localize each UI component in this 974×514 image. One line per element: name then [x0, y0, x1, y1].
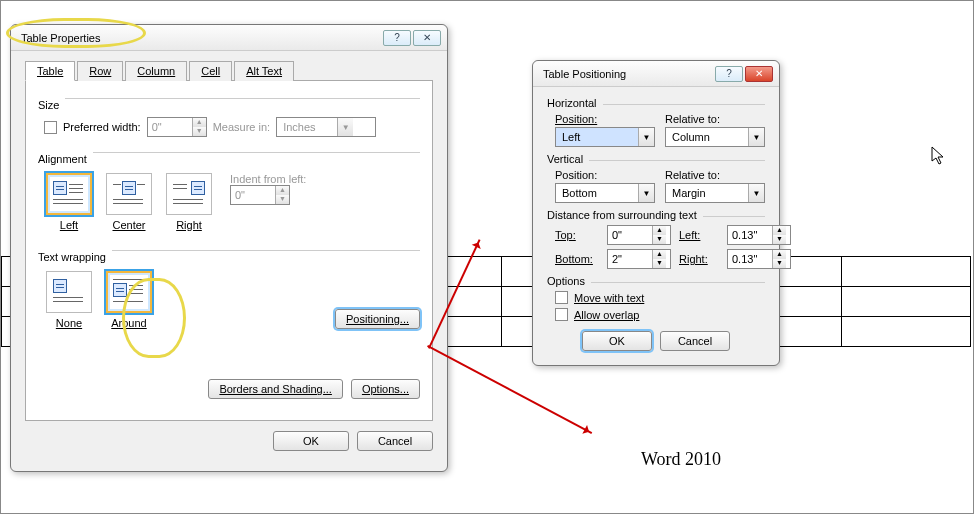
tabstrip: Table Row Column Cell Alt Text [25, 61, 433, 81]
tab-cell[interactable]: Cell [189, 61, 232, 81]
preferred-width-checkbox[interactable] [44, 121, 57, 134]
align-left-label: Left [60, 219, 78, 231]
close-button[interactable]: ✕ [745, 66, 773, 82]
v-relative-label: Relative to: [665, 169, 765, 181]
alignment-label: Alignment [38, 153, 87, 165]
measure-in-label: Measure in: [213, 121, 270, 133]
cursor-icon [931, 146, 947, 171]
v-position-select[interactable]: Bottom▼ [555, 183, 655, 203]
help-button[interactable]: ? [383, 30, 411, 46]
help-button[interactable]: ? [715, 66, 743, 82]
dist-right-label: Right: [679, 253, 719, 265]
dist-top-label: Top: [555, 229, 599, 241]
indent-label: Indent from left: [230, 173, 306, 185]
align-right-label: Right [176, 219, 202, 231]
ok-button[interactable]: OK [273, 431, 349, 451]
distance-label: Distance from surrounding text [547, 209, 697, 221]
h-relative-select[interactable]: Column▼ [665, 127, 765, 147]
h-position-select[interactable]: Left▼ [555, 127, 655, 147]
tab-column[interactable]: Column [125, 61, 187, 81]
align-right-option[interactable] [166, 173, 212, 215]
dist-bottom-spinner[interactable]: ▲▼ [607, 249, 671, 269]
dist-bottom-label: Bottom: [555, 253, 599, 265]
table-properties-dialog: Table Properties ? ✕ Table Row Column Ce… [10, 24, 448, 472]
horizontal-label: Horizontal [547, 97, 597, 109]
tab-table[interactable]: Table [25, 61, 75, 81]
caption: Word 2010 [641, 449, 721, 470]
text-wrapping-label: Text wrapping [38, 251, 106, 263]
size-label: Size [38, 99, 59, 111]
preferred-width-label: Preferred width: [63, 121, 141, 133]
dist-left-label: Left: [679, 229, 719, 241]
titlebar[interactable]: Table Properties ? ✕ [11, 25, 447, 51]
dialog-title: Table Positioning [543, 68, 715, 80]
dialog-title: Table Properties [21, 32, 383, 44]
align-left-option[interactable] [46, 173, 92, 215]
borders-shading-button[interactable]: Borders and Shading... [208, 379, 343, 399]
align-center-option[interactable] [106, 173, 152, 215]
preferred-width-spinner[interactable]: ▲▼ [147, 117, 207, 137]
tab-alttext[interactable]: Alt Text [234, 61, 294, 81]
tab-row[interactable]: Row [77, 61, 123, 81]
wrap-around-label: Around [111, 317, 146, 329]
wrap-none-option[interactable] [46, 271, 92, 313]
wrap-around-option[interactable] [106, 271, 152, 313]
dist-left-spinner[interactable]: ▲▼ [727, 225, 791, 245]
dist-right-spinner[interactable]: ▲▼ [727, 249, 791, 269]
positioning-button[interactable]: Positioning... [335, 309, 420, 329]
move-with-text-checkbox[interactable] [555, 291, 568, 304]
indent-spinner[interactable]: ▲▼ [230, 185, 290, 205]
v-position-label: Position: [555, 169, 655, 181]
dist-top-spinner[interactable]: ▲▼ [607, 225, 671, 245]
align-center-label: Center [112, 219, 145, 231]
h-position-label: Position: [555, 113, 655, 125]
cancel-button[interactable]: Cancel [660, 331, 730, 351]
table-positioning-dialog: Table Positioning ? ✕ Horizontal Positio… [532, 60, 780, 366]
move-with-text-label: Move with text [574, 292, 644, 304]
close-button[interactable]: ✕ [413, 30, 441, 46]
options-button[interactable]: Options... [351, 379, 420, 399]
vertical-label: Vertical [547, 153, 583, 165]
wrap-none-label: None [56, 317, 82, 329]
ok-button[interactable]: OK [582, 331, 652, 351]
allow-overlap-checkbox[interactable] [555, 308, 568, 321]
titlebar[interactable]: Table Positioning ? ✕ [533, 61, 779, 87]
options-label: Options [547, 275, 585, 287]
h-relative-label: Relative to: [665, 113, 765, 125]
v-relative-select[interactable]: Margin▼ [665, 183, 765, 203]
cancel-button[interactable]: Cancel [357, 431, 433, 451]
allow-overlap-label: Allow overlap [574, 309, 639, 321]
measure-in-select[interactable]: Inches▼ [276, 117, 376, 137]
